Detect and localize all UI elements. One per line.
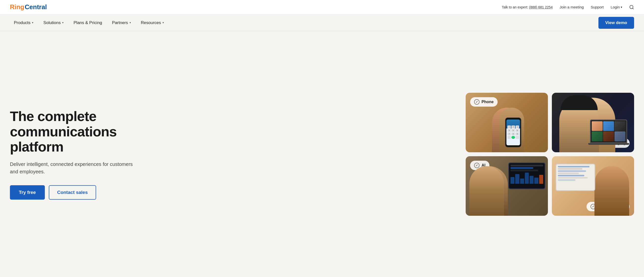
phone-card: 1 2 3 4 5 6 7 8 9 ✓ bbox=[466, 93, 548, 152]
search-icon bbox=[629, 5, 634, 10]
check-icon: ✓ bbox=[474, 163, 480, 168]
support-link[interactable]: Support bbox=[591, 5, 604, 9]
chevron-down-icon: ▾ bbox=[130, 21, 131, 24]
ai-card: ✓ AI bbox=[466, 156, 548, 216]
logo[interactable]: RingCentral bbox=[10, 3, 47, 11]
phone-badge: ✓ Phone bbox=[470, 97, 498, 107]
nav-bar: Products ▾ Solutions ▾ Plans & Pricing P… bbox=[0, 14, 644, 31]
nav-products[interactable]: Products ▾ bbox=[10, 18, 38, 27]
login-link[interactable]: Login ▾ bbox=[610, 5, 622, 9]
chevron-down-icon: ▾ bbox=[32, 21, 34, 24]
top-bar: RingCentral Talk to an expert: (888) 681… bbox=[0, 0, 644, 14]
search-button[interactable] bbox=[629, 5, 634, 10]
nav-solutions[interactable]: Solutions ▾ bbox=[40, 18, 68, 27]
logo-central: Central bbox=[25, 3, 47, 11]
try-free-button[interactable]: Try free bbox=[10, 185, 45, 200]
nav-links: Products ▾ Solutions ▾ Plans & Pricing P… bbox=[10, 18, 168, 27]
hero-left: The complete communications platform Del… bbox=[10, 109, 139, 200]
chevron-down-icon: ▾ bbox=[62, 21, 64, 24]
expert-phone[interactable]: (888) 681 2254 bbox=[529, 5, 552, 9]
chevron-down-icon: ▾ bbox=[162, 21, 164, 24]
join-meeting-link[interactable]: Join a meeting bbox=[560, 5, 584, 9]
nav-resources[interactable]: Resources ▾ bbox=[137, 18, 168, 27]
hero-buttons: Try free Contact sales bbox=[10, 185, 139, 200]
top-bar-right: Talk to an expert: (888) 681 2254 Join a… bbox=[502, 5, 634, 10]
hero-title: The complete communications platform bbox=[10, 109, 139, 154]
logo-ring: Ring bbox=[10, 3, 24, 11]
svg-line-1 bbox=[632, 8, 634, 9]
expert-label: Talk to an expert: (888) 681 2254 bbox=[502, 5, 552, 9]
nav-plans-pricing[interactable]: Plans & Pricing bbox=[70, 18, 106, 27]
check-icon: ✓ bbox=[474, 99, 480, 105]
contact-center-card: ✓ Contact center bbox=[552, 156, 634, 216]
nav-partners[interactable]: Partners ▾ bbox=[108, 18, 135, 27]
chevron-down-icon: ▾ bbox=[621, 6, 622, 9]
video-card: ✓ Video & Messaging bbox=[552, 93, 634, 152]
view-demo-button[interactable]: View demo bbox=[598, 17, 634, 29]
hero-subtitle: Deliver intelligent, connected experienc… bbox=[10, 160, 139, 175]
hero-section: The complete communications platform Del… bbox=[0, 31, 644, 277]
contact-sales-button[interactable]: Contact sales bbox=[49, 185, 96, 200]
hero-image-grid: 1 2 3 4 5 6 7 8 9 ✓ bbox=[466, 93, 634, 216]
